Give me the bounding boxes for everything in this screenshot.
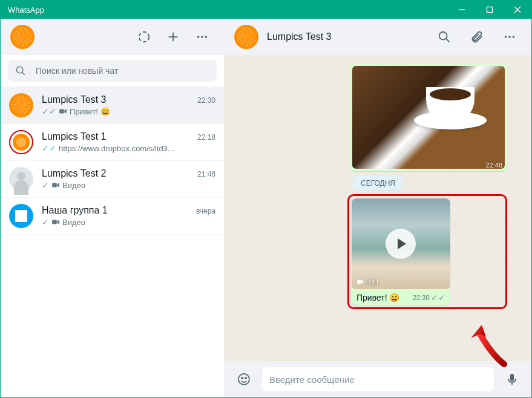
search-box[interactable] <box>8 60 217 82</box>
svg-point-8 <box>201 36 203 38</box>
message-input-wrap[interactable] <box>262 367 494 391</box>
emoji-button[interactable] <box>233 368 255 390</box>
chat-time: 22:30 <box>197 96 215 105</box>
svg-line-19 <box>446 39 450 42</box>
chat-time: вчера <box>196 207 215 215</box>
image-thumbnail <box>352 66 505 169</box>
svg-point-10 <box>16 67 23 73</box>
video-icon <box>356 278 364 285</box>
video-thumbnail: 0:11 <box>352 198 450 289</box>
chat-name: Наша группа 1 <box>42 205 108 216</box>
svg-rect-12 <box>59 109 64 114</box>
chat-menu-button[interactable] <box>498 25 522 49</box>
sidebar-menu-button[interactable] <box>190 25 214 49</box>
delivered-check-icon: ✓ <box>42 180 49 190</box>
search-bar <box>1 55 224 87</box>
delivered-check-icon: ✓✓ <box>431 293 445 302</box>
message-time: 22:30 ✓✓ <box>413 293 445 302</box>
contact-avatar[interactable] <box>234 25 258 49</box>
chat-preview: Видео <box>62 218 85 227</box>
app-body: Lumpics Test 3 22:30 ✓✓ Привет! 😀 <box>1 19 531 397</box>
chat-avatar <box>9 93 33 117</box>
svg-rect-16 <box>52 220 57 224</box>
svg-rect-23 <box>357 280 361 284</box>
delivered-check-icon: ✓✓ <box>42 106 56 116</box>
chat-preview: Привет! 😀 <box>70 107 110 116</box>
search-input[interactable] <box>36 66 209 76</box>
chat-item-nasha-gruppa-1[interactable]: Наша группа 1 вчера ✓ Видео <box>1 198 224 235</box>
new-chat-button[interactable] <box>161 25 185 49</box>
svg-marker-15 <box>57 183 59 188</box>
chat-preview: Видео <box>62 181 85 190</box>
svg-point-26 <box>238 374 249 385</box>
app-window: WhatsApp <box>0 0 532 398</box>
contact-name[interactable]: Lumpics Test 3 <box>267 31 424 42</box>
svg-point-21 <box>508 36 511 38</box>
search-icon <box>15 65 26 76</box>
chat-pane: Lumpics Test 3 <box>225 19 531 397</box>
svg-point-4 <box>139 32 149 42</box>
chat-time: 22:18 <box>197 133 215 142</box>
annotation-highlight: 0:11 Привет! 😀 22:30 ✓✓ <box>347 194 507 309</box>
titlebar-title: WhatsApp <box>8 5 448 15</box>
chat-name: Lumpics Test 2 <box>42 168 106 179</box>
coffee-cup-image <box>414 75 487 129</box>
play-button[interactable] <box>386 229 416 259</box>
message-row: 22:48 <box>249 64 507 171</box>
chat-avatar <box>9 130 33 154</box>
image-message[interactable]: 22:48 <box>350 64 507 171</box>
chat-preview: https://www.dropbox.com/s/ltd3... <box>59 144 174 153</box>
svg-marker-17 <box>57 220 59 224</box>
svg-point-28 <box>245 377 246 379</box>
svg-marker-24 <box>361 280 363 284</box>
maximize-button[interactable] <box>476 1 504 19</box>
status-button[interactable] <box>132 25 156 49</box>
messages-area[interactable]: 22:48 СЕГОДНЯ <box>225 55 531 361</box>
chat-avatar <box>9 167 33 191</box>
video-message[interactable]: 0:11 Привет! 😀 22:30 ✓✓ <box>352 198 450 305</box>
sidebar: Lumpics Test 3 22:30 ✓✓ Привет! 😀 <box>1 19 225 397</box>
message-input[interactable] <box>269 374 487 385</box>
chat-item-lumpics-test-2[interactable]: Lumpics Test 2 21:48 ✓ Видео <box>1 161 224 198</box>
composer <box>225 361 531 397</box>
svg-point-9 <box>205 36 208 38</box>
svg-marker-13 <box>64 109 67 114</box>
svg-line-11 <box>22 72 25 75</box>
chat-header: Lumpics Test 3 <box>225 19 531 55</box>
video-caption: Привет! 😀 22:30 ✓✓ <box>352 289 450 305</box>
voice-message-button[interactable] <box>501 368 523 390</box>
chat-item-lumpics-test-1[interactable]: Lumpics Test 1 22:18 ✓✓ https://www.drop… <box>1 124 224 161</box>
chat-name: Lumpics Test 1 <box>42 131 106 142</box>
chat-time: 21:48 <box>197 170 215 178</box>
delivered-check-icon: ✓ <box>42 217 49 227</box>
message-row: 0:11 Привет! 😀 22:30 ✓✓ <box>249 194 507 309</box>
my-avatar[interactable] <box>10 25 34 49</box>
sidebar-header <box>1 19 224 55</box>
minimize-button[interactable] <box>448 1 476 19</box>
read-check-icon: ✓✓ <box>42 143 56 153</box>
date-separator: СЕГОДНЯ <box>249 177 507 188</box>
message-time: 22:48 <box>485 161 502 169</box>
chat-name: Lumpics Test 3 <box>42 94 106 105</box>
titlebar: WhatsApp <box>1 1 531 19</box>
svg-rect-29 <box>510 374 514 381</box>
svg-point-7 <box>197 36 200 38</box>
svg-point-18 <box>439 32 447 40</box>
chat-list[interactable]: Lumpics Test 3 22:30 ✓✓ Привет! 😀 <box>1 87 224 397</box>
video-icon <box>51 218 60 226</box>
svg-point-20 <box>505 36 507 38</box>
video-icon <box>59 107 67 116</box>
svg-rect-14 <box>52 183 57 188</box>
attach-button[interactable] <box>465 25 489 49</box>
chat-item-lumpics-test-3[interactable]: Lumpics Test 3 22:30 ✓✓ Привет! 😀 <box>1 87 224 124</box>
titlebar-controls <box>448 1 531 19</box>
date-label: СЕГОДНЯ <box>353 176 402 191</box>
video-duration: 0:11 <box>356 278 379 285</box>
video-icon <box>51 181 60 189</box>
svg-point-22 <box>513 36 515 38</box>
svg-rect-1 <box>487 7 493 13</box>
svg-point-27 <box>241 377 243 379</box>
chat-search-button[interactable] <box>432 25 456 49</box>
chat-avatar <box>9 204 33 228</box>
close-button[interactable] <box>504 1 531 19</box>
